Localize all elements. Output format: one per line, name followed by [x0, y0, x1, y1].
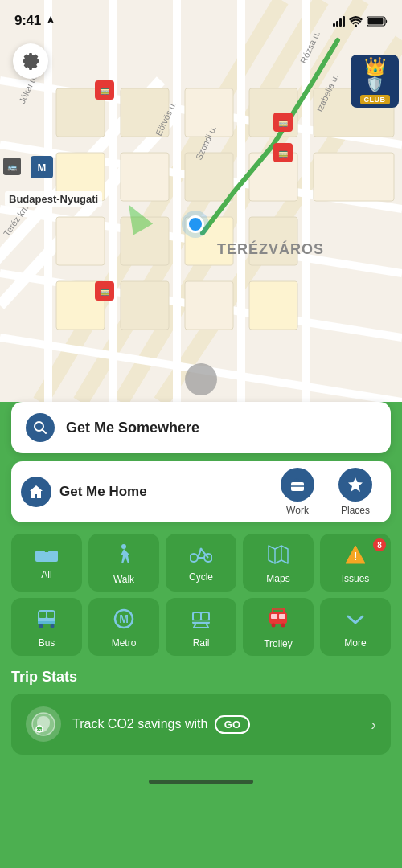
- settings-button[interactable]: [13, 43, 48, 79]
- get-me-home-button[interactable]: Get Me Home: [21, 477, 272, 507]
- co2-icon: CO2: [26, 706, 61, 742]
- quick-nav-actions: Work Places: [272, 468, 381, 516]
- tram-icon-3: 🚃: [95, 80, 114, 100]
- maps-icon: [267, 544, 289, 568]
- rail-label: Rail: [193, 637, 210, 649]
- battery-icon: [367, 16, 388, 27]
- svg-text:CO2: CO2: [35, 728, 44, 733]
- places-button[interactable]: Places: [330, 468, 381, 516]
- drag-handle[interactable]: [185, 363, 217, 395]
- track-text-content: Track CO2 savings with: [72, 717, 207, 731]
- svg-line-54: [198, 549, 201, 558]
- svg-point-52: [190, 554, 198, 562]
- svg-point-51: [121, 544, 126, 549]
- walk-icon: [115, 543, 133, 569]
- transport-metro-button[interactable]: M Metro: [88, 598, 159, 656]
- svg-rect-65: [38, 621, 55, 624]
- co2-track-text: Track CO2 savings with GO: [72, 717, 359, 731]
- trip-stats-card[interactable]: CO2 Track CO2 savings with GO ›: [11, 694, 391, 755]
- briefcase-icon: [289, 476, 306, 493]
- more-icon: [345, 608, 366, 633]
- status-time: 9:41: [14, 13, 41, 29]
- transport-all-button[interactable]: All: [11, 534, 82, 592]
- work-button[interactable]: Work: [272, 468, 323, 516]
- home-indicator: [0, 768, 402, 795]
- svg-rect-64: [47, 612, 54, 618]
- svg-rect-50: [48, 551, 58, 562]
- search-icon: [33, 420, 47, 435]
- svg-rect-33: [121, 281, 169, 330]
- gear-icon: [22, 52, 39, 70]
- signal-bars-icon: [333, 15, 345, 27]
- svg-line-44: [43, 430, 47, 434]
- tram-icon-1: 🚃: [273, 113, 293, 132]
- svg-marker-47: [348, 477, 363, 492]
- maps-label: Maps: [266, 573, 289, 584]
- svg-rect-63: [39, 612, 46, 618]
- transport-more-button[interactable]: More: [320, 598, 391, 656]
- search-bar[interactable]: Get Me Somewhere: [11, 402, 391, 453]
- status-icons: [333, 15, 388, 27]
- transport-rail-button[interactable]: Rail: [166, 598, 236, 656]
- station-label: Budapest-Nyugati: [5, 191, 102, 207]
- search-placeholder-text: Get Me Somewhere: [66, 420, 199, 436]
- svg-rect-71: [194, 613, 200, 620]
- metro-label: Metro: [112, 637, 137, 649]
- svg-point-84: [281, 624, 285, 628]
- svg-marker-57: [269, 546, 288, 563]
- home-icon: [28, 484, 44, 500]
- bus-icon-west: 🚌: [3, 158, 21, 175]
- all-icon: [35, 548, 58, 564]
- work-icon-wrap: [281, 468, 314, 502]
- tram-icon-4: 🚃: [95, 281, 114, 301]
- go-badge: GO: [215, 715, 250, 734]
- transport-maps-button[interactable]: Maps: [243, 534, 314, 592]
- tram-icon-2: 🚃: [273, 143, 293, 162]
- svg-rect-72: [202, 613, 208, 620]
- more-label: More: [344, 637, 366, 649]
- places-icon-wrap: [338, 468, 372, 502]
- svg-point-56: [200, 548, 203, 551]
- svg-rect-30: [314, 153, 394, 201]
- bus-icon: [36, 608, 57, 633]
- metro-icon-nyugati: M: [31, 156, 53, 178]
- wifi-icon: [349, 16, 363, 27]
- home-label: Get Me Home: [59, 484, 147, 500]
- home-icon-wrap: [21, 477, 51, 507]
- svg-rect-22: [121, 153, 169, 201]
- svg-rect-82: [279, 614, 285, 619]
- search-icon-wrap: [26, 413, 55, 442]
- svg-text:M: M: [119, 612, 129, 625]
- cycle-icon: [190, 546, 212, 567]
- metro-btn-icon: M: [113, 608, 134, 633]
- svg-point-66: [39, 624, 43, 628]
- trolley-label: Trolley: [264, 638, 293, 649]
- rail-icon: [191, 608, 211, 633]
- issues-badge: 8: [373, 538, 386, 551]
- transport-bus-button[interactable]: Bus: [11, 598, 82, 656]
- svg-point-83: [272, 624, 276, 628]
- club-label: CLUB: [360, 95, 390, 104]
- walk-label: Walk: [113, 574, 134, 585]
- bottom-panel: Get Me Somewhere Get Me Home Wor: [0, 402, 402, 768]
- map-area: Teréz krt. Jókai u. Eötvös u. Szondi u. …: [0, 0, 402, 402]
- transport-cycle-button[interactable]: Cycle: [166, 534, 236, 592]
- transport-walk-button[interactable]: Walk: [88, 534, 159, 592]
- bus-label: Bus: [39, 637, 55, 649]
- trolley-icon: [268, 608, 289, 633]
- all-label: All: [41, 569, 51, 580]
- chevron-right-icon: ›: [371, 715, 376, 734]
- transport-trolley-button[interactable]: Trolley: [243, 598, 314, 656]
- issues-label: Issues: [342, 573, 370, 584]
- work-label: Work: [286, 505, 309, 516]
- issues-icon: !: [344, 544, 367, 568]
- transport-issues-button[interactable]: ! 8 Issues: [320, 534, 391, 592]
- svg-point-67: [51, 624, 55, 628]
- star-icon: [347, 476, 364, 493]
- trip-stats-title: Trip Stats: [11, 669, 391, 686]
- shield-icon: 🛡️: [366, 76, 384, 93]
- location-arrow-icon: [46, 15, 55, 27]
- map-district-label: TERÉZVÁROS: [217, 241, 324, 258]
- club-badge[interactable]: 👑 🛡️ CLUB: [351, 55, 399, 108]
- svg-rect-81: [271, 614, 277, 619]
